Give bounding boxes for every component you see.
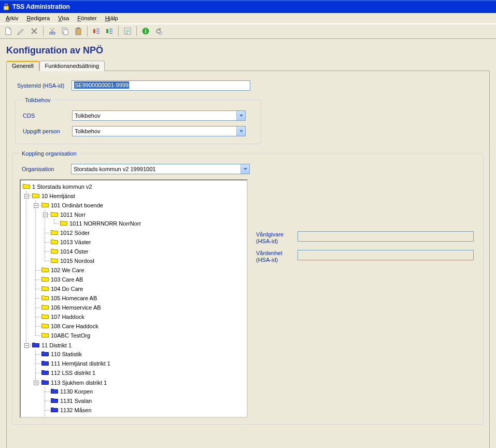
- folder-icon: [32, 192, 39, 201]
- tree-node[interactable]: 108 Care Haddock: [41, 322, 98, 331]
- uppgift-person-label: Uppgift person: [23, 128, 72, 134]
- folder-icon: [41, 369, 49, 377]
- svg-text:i: i: [145, 28, 146, 34]
- report-icon[interactable]: [122, 25, 133, 37]
- menu-visa[interactable]: Visa: [54, 14, 73, 22]
- collapse-icon[interactable]: −: [43, 213, 48, 217]
- tree-node-label: 1014 Öster: [60, 247, 88, 256]
- cds-select[interactable]: Tolkbehov: [72, 110, 246, 121]
- tool2-icon[interactable]: [104, 25, 115, 37]
- svg-rect-8: [106, 29, 108, 33]
- tolkbehov-legend: Tolkbehov: [23, 97, 53, 103]
- tree-node-label: 104 Do Care: [51, 285, 83, 293]
- tab-generell[interactable]: Generell: [6, 61, 39, 71]
- chevron-down-icon: [236, 127, 245, 136]
- tree-node[interactable]: 1131 Svalan: [51, 397, 92, 405]
- collapse-icon[interactable]: −: [24, 194, 29, 199]
- tree-node[interactable]: 105 Homecare AB: [41, 294, 97, 303]
- cds-label: CDS: [23, 113, 72, 119]
- folder-icon: [41, 350, 49, 359]
- delete-icon[interactable]: [29, 25, 40, 37]
- new-file-icon[interactable]: [3, 25, 14, 37]
- toolbar-separator: [118, 26, 119, 36]
- tree-node[interactable]: −113 Sjukhem distrikt 1: [41, 379, 107, 387]
- content-area: Konfiguration av NPÖ GenerellFunktionsne…: [0, 39, 496, 448]
- menu-redigera[interactable]: Redigera: [23, 14, 53, 22]
- folder-icon: [32, 341, 39, 350]
- paste-icon[interactable]: [73, 25, 84, 37]
- tab-funktionsnedsättning[interactable]: Funktionsnedsättning: [39, 61, 105, 71]
- tree-node-label: 1012 Söder: [60, 229, 90, 237]
- toolbar-separator: [136, 26, 137, 36]
- tree-node[interactable]: 1133 Sjukavd Marina: [51, 415, 114, 418]
- tree-node[interactable]: 111 Hemtjänst distrikt 1: [41, 359, 110, 368]
- chevron-down-icon: [240, 164, 249, 174]
- svg-rect-5: [76, 29, 81, 35]
- folder-icon: [41, 201, 49, 210]
- menu-fönster[interactable]: Fönster: [74, 14, 100, 22]
- window-title: TSS Administration: [12, 3, 70, 10]
- koppling-group: Koppling organisation Organisation Stors…: [12, 150, 484, 425]
- tree-node[interactable]: −101 Ordinärt boende: [41, 201, 103, 210]
- systemid-input[interactable]: SE9900000001-9999: [72, 80, 250, 91]
- edit-icon[interactable]: [16, 25, 27, 37]
- organisation-tree[interactable]: −1 Storstads kommun v2−10 Hemtjänst−101 …: [20, 179, 248, 418]
- folder-icon: [41, 275, 49, 284]
- menu-arkiv[interactable]: Arkiv: [2, 14, 22, 22]
- page-title: Konfiguration av NPÖ: [6, 45, 490, 56]
- tree-node[interactable]: 1132 Måsen: [51, 406, 92, 415]
- tree-node-label: 108 Care Haddock: [51, 322, 98, 331]
- toolbar-separator: [43, 26, 44, 36]
- chevron-down-icon: [236, 111, 245, 120]
- tree-node[interactable]: −11 Distrikt 1: [32, 341, 72, 350]
- koppling-legend: Koppling organisation: [20, 150, 79, 157]
- folder-icon: [51, 211, 58, 219]
- vardenhet-input[interactable]: [297, 250, 474, 260]
- collapse-icon[interactable]: −: [34, 381, 38, 385]
- tree-node-label: 1130 Korpen: [60, 387, 93, 396]
- tree-node[interactable]: −1 Storstads kommun v2: [23, 183, 92, 191]
- svg-rect-7: [93, 29, 95, 33]
- tree-node[interactable]: 103 Care AB: [41, 275, 83, 284]
- tree-node[interactable]: 112 LSS distrikt 1: [41, 369, 95, 377]
- copy-icon[interactable]: [60, 25, 71, 37]
- tree-node-label: 1015 Nordost: [60, 257, 94, 265]
- cut-icon[interactable]: [47, 25, 58, 37]
- tab-strip: GenerellFunktionsnedsättning: [6, 60, 490, 71]
- tree-node[interactable]: 1015 Nordost: [51, 257, 94, 265]
- tree-node[interactable]: 10ABC TestOrg: [41, 331, 90, 340]
- folder-icon: [51, 238, 58, 247]
- tolkbehov-group: Tolkbehov CDS Tolkbehov Uppgift person T…: [15, 97, 261, 144]
- collapse-icon[interactable]: −: [24, 343, 29, 348]
- menu-hjälp[interactable]: Hjälp: [102, 14, 122, 22]
- folder-icon: [51, 397, 58, 405]
- folder-icon: [51, 406, 58, 415]
- folder-icon: [51, 247, 58, 256]
- tree-node[interactable]: 1012 Söder: [51, 229, 90, 237]
- tree-node[interactable]: 1014 Öster: [51, 247, 88, 256]
- tree-node[interactable]: −1011 Norr: [51, 211, 86, 219]
- tree-node-label: 10ABC TestOrg: [51, 331, 90, 340]
- tree-node[interactable]: 104 Do Care: [41, 285, 83, 293]
- svg-rect-6: [77, 27, 80, 29]
- tree-node[interactable]: 110 Statistik: [41, 350, 82, 359]
- tree-node[interactable]: 1013 Väster: [51, 238, 91, 247]
- tree-node-label: 1132 Måsen: [60, 406, 92, 415]
- uppgift-person-select[interactable]: Tolkbehov: [72, 126, 246, 136]
- title-bar: TSS Administration: [0, 0, 496, 13]
- tree-node[interactable]: 1011 NORRNORR NorrNorr: [60, 219, 141, 228]
- organisation-select[interactable]: Storstads kommun v2 19991001: [71, 164, 250, 174]
- tree-node[interactable]: −10 Hemtjänst: [32, 192, 75, 201]
- tree-node-label: 112 LSS distrikt 1: [51, 369, 95, 377]
- tool1-icon[interactable]: [91, 25, 102, 37]
- svg-point-2: [53, 32, 55, 35]
- tree-node-label: 1133 Sjukavd Marina: [60, 415, 114, 418]
- tree-node[interactable]: 106 Hemservice AB: [41, 303, 101, 312]
- collapse-icon[interactable]: −: [34, 203, 38, 208]
- tree-node[interactable]: 107 Haddock: [41, 313, 84, 321]
- tree-node[interactable]: 102 We Care: [41, 266, 84, 275]
- tree-node[interactable]: 1130 Korpen: [51, 387, 93, 396]
- vardgivare-input[interactable]: [297, 231, 474, 242]
- help-icon[interactable]: i: [140, 25, 151, 37]
- refresh-icon[interactable]: [153, 25, 164, 37]
